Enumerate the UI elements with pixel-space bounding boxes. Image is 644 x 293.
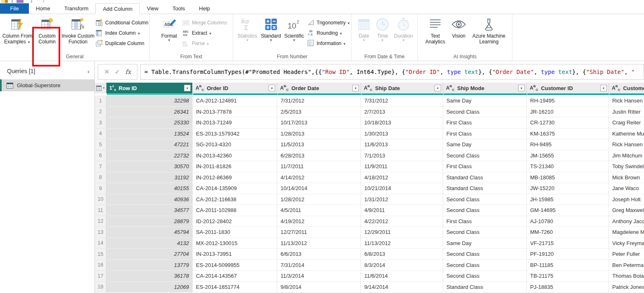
- cell-order-id[interactable]: ID-2012-28402: [193, 216, 277, 227]
- tab-home[interactable]: Home: [29, 3, 57, 14]
- index-column-button[interactable]: 123 Index Column ▼: [96, 28, 149, 38]
- conditional-column-button[interactable]: ≠ Conditional Column: [96, 17, 149, 28]
- row-number[interactable]: 12: [95, 216, 106, 227]
- column-header-order-id[interactable]: ABCOrder ID▼: [193, 83, 277, 93]
- row-number[interactable]: 9: [95, 183, 106, 194]
- cell-custome[interactable]: Anthony Jaco: [609, 216, 644, 227]
- cell-order-date[interactable]: 12/27/2011: [277, 227, 361, 238]
- statistics-button[interactable]: X̄σ Σ Statistics ▼: [236, 14, 259, 52]
- cell-row-id[interactable]: 30570: [106, 161, 193, 172]
- cell-order-date[interactable]: 7/31/2014: [277, 260, 361, 271]
- duplicate-column-button[interactable]: Duplicate Column: [96, 38, 149, 48]
- cell-order-id[interactable]: IN-2011-81826: [193, 161, 277, 172]
- format-button[interactable]: ABC Format ▼: [158, 14, 180, 52]
- query-item-global-superstore[interactable]: Global-Superstore: [0, 79, 94, 91]
- cell-order-date[interactable]: 4/5/2011: [277, 205, 361, 216]
- cell-ship-date[interactable]: 6/8/2013: [361, 249, 443, 260]
- cell-order-date[interactable]: 11/7/2011: [277, 161, 361, 172]
- cell-ship-mode[interactable]: First Class: [443, 129, 527, 140]
- cell-ship-date[interactable]: 8/3/2014: [361, 260, 443, 271]
- cell-order-date[interactable]: 10/17/2013: [277, 117, 361, 129]
- cell-customer-id[interactable]: CR-12730: [527, 117, 609, 129]
- cell-ship-date[interactable]: 4/9/2011: [361, 205, 443, 216]
- cell-ship-mode[interactable]: First Class: [443, 216, 527, 227]
- time-button[interactable]: Time ▼: [373, 14, 392, 52]
- scientific-button[interactable]: 10 2 Scientific ▼: [283, 14, 305, 52]
- cell-order-id[interactable]: IN-2012-86369: [193, 172, 277, 183]
- cell-custome[interactable]: Joseph Holt: [609, 194, 644, 205]
- column-header-order-date[interactable]: ABCOrder Date▼: [277, 83, 361, 93]
- cell-ship-mode[interactable]: Second Class: [443, 194, 527, 205]
- cell-order-date[interactable]: 11/5/2013: [277, 139, 361, 150]
- azure-machine-learning-button[interactable]: Azure Machine Learning: [469, 14, 509, 52]
- cell-custome[interactable]: Jane Waco: [609, 183, 644, 194]
- formula-input[interactable]: = Table.TransformColumnTypes(#"Promoted …: [140, 64, 644, 80]
- filter-dropdown-button[interactable]: ▼: [269, 85, 275, 91]
- cell-row-id[interactable]: 28879: [106, 216, 193, 227]
- cell-customer-id[interactable]: TS-21340: [527, 161, 609, 172]
- cell-order-date[interactable]: 2/5/2013: [277, 107, 361, 118]
- cell-order-id[interactable]: SG-2013-4320: [193, 139, 277, 150]
- cell-ship-date[interactable]: 11/6/2013: [361, 139, 443, 150]
- filter-dropdown-button[interactable]: ▼: [184, 85, 191, 91]
- column-header-custome[interactable]: ABCCustome: [609, 83, 644, 93]
- cell-ship-date[interactable]: 10/21/2014: [361, 183, 443, 194]
- cell-ship-mode[interactable]: Second Class: [443, 150, 527, 162]
- column-header-customer-id[interactable]: ABCCustomer ID▼: [527, 83, 609, 93]
- cell-customer-id[interactable]: JW-15220: [527, 183, 609, 194]
- cell-customer-id[interactable]: MM-7260: [527, 227, 609, 238]
- cell-order-date[interactable]: 1/28/2012: [277, 194, 361, 205]
- invoke-custom-function-button[interactable]: fx Invoke Custom Function: [60, 14, 96, 52]
- cell-custome[interactable]: Patrick Jones: [609, 282, 644, 293]
- cell-order-id[interactable]: IN-2013-42360: [193, 150, 277, 162]
- cell-order-id[interactable]: ES-2014-5099955: [193, 260, 277, 271]
- cell-customer-id[interactable]: RH-19495: [527, 95, 609, 107]
- cell-order-date[interactable]: 6/28/2013: [277, 150, 361, 162]
- vision-button[interactable]: Vision: [449, 14, 469, 52]
- row-number[interactable]: 18: [95, 282, 106, 293]
- cell-ship-mode[interactable]: Second Class: [443, 271, 527, 282]
- cell-ship-mode[interactable]: Standard Class: [443, 282, 527, 293]
- cell-custome[interactable]: Rick Hansen: [609, 139, 644, 150]
- cell-ship-date[interactable]: 9/14/2014: [361, 282, 443, 293]
- cell-order-date[interactable]: 11/13/2012: [277, 238, 361, 249]
- cell-row-id[interactable]: 31192: [106, 172, 193, 183]
- cell-row-id[interactable]: 4132: [106, 238, 193, 249]
- cell-custome[interactable]: Craig Reiter: [609, 117, 644, 129]
- tab-view[interactable]: View: [140, 3, 165, 14]
- cell-customer-id[interactable]: TB-21175: [527, 271, 609, 282]
- cell-ship-date[interactable]: 1/30/2013: [361, 129, 443, 140]
- row-number[interactable]: 8: [95, 172, 106, 183]
- cell-ship-date[interactable]: 11/13/2012: [361, 238, 443, 249]
- row-number[interactable]: 10: [95, 194, 106, 205]
- cell-ship-mode[interactable]: Second Class: [443, 107, 527, 118]
- cell-custome[interactable]: Mick Brown: [609, 172, 644, 183]
- cell-ship-mode[interactable]: Second Class: [443, 249, 527, 260]
- cell-row-id[interactable]: 45794: [106, 227, 193, 238]
- cell-customer-id[interactable]: AJ-10780: [527, 216, 609, 227]
- rounding-button[interactable]: .00 .0 Rounding ▼: [307, 28, 351, 38]
- cell-order-id[interactable]: CA-2011-102988: [193, 205, 277, 216]
- row-number[interactable]: 2: [95, 107, 106, 118]
- filter-dropdown-button[interactable]: ▼: [434, 85, 441, 91]
- cell-order-id[interactable]: IN-2013-73951: [193, 249, 277, 260]
- cell-order-id[interactable]: MX-2012-130015: [193, 238, 277, 249]
- cell-row-id[interactable]: 22732: [106, 150, 193, 162]
- row-number[interactable]: 11: [95, 205, 106, 216]
- column-from-examples-button[interactable]: Column From Examples ▼: [1, 14, 34, 52]
- cell-ship-mode[interactable]: Standard Class: [443, 183, 527, 194]
- cell-custome[interactable]: Greg Maxwel: [609, 205, 644, 216]
- fx-icon[interactable]: fx: [125, 68, 131, 76]
- qat-dropdown-icon[interactable]: [31, 0, 32, 3]
- cell-order-id[interactable]: IN-2013-71249: [193, 117, 277, 129]
- row-number[interactable]: 17: [95, 271, 106, 282]
- cell-ship-date[interactable]: 2/7/2013: [361, 107, 443, 118]
- cell-row-id[interactable]: 34577: [106, 205, 193, 216]
- cell-order-id[interactable]: ES-2013-1579342: [193, 129, 277, 140]
- column-header-row-id[interactable]: 123Row ID▼: [106, 83, 193, 93]
- row-number[interactable]: 7: [95, 161, 106, 172]
- cell-ship-date[interactable]: 7/31/2012: [361, 95, 443, 107]
- cell-customer-id[interactable]: PF-19120: [527, 249, 609, 260]
- cell-row-id[interactable]: 27704: [106, 249, 193, 260]
- cell-customer-id[interactable]: GM-14695: [527, 205, 609, 216]
